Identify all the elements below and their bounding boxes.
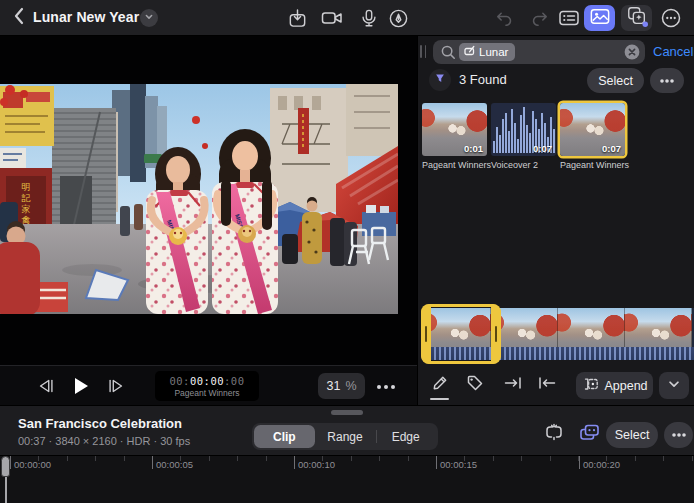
media-browser-icon — [590, 8, 610, 29]
connected-clips-button[interactable] — [576, 421, 602, 447]
arrow-to-end-icon — [503, 373, 523, 397]
results-row: 3 Found Select — [418, 66, 694, 96]
disable-clip-button[interactable] — [541, 421, 567, 447]
import-icon — [287, 8, 308, 29]
timecode-clip-name: Pageant Winners — [174, 388, 239, 398]
search-icon — [440, 44, 456, 64]
zoom-unit: % — [345, 379, 356, 393]
zoom-level-control[interactable]: 31% — [318, 373, 365, 399]
undo-button[interactable] — [492, 6, 516, 30]
clear-search-button[interactable] — [624, 44, 640, 60]
svg-text:明: 明 — [22, 182, 31, 192]
append-options-button[interactable] — [659, 372, 689, 399]
timeline-info-bar: San Francisco Celebration 00:37 · 3840 ×… — [0, 405, 694, 455]
split-clip-icon — [543, 422, 565, 446]
app-screen: Lunar New Year — [0, 0, 694, 503]
playhead-stem — [5, 477, 7, 503]
top-toolbar: Lunar New Year — [0, 0, 694, 36]
overlapping-clips-icon — [578, 422, 601, 447]
pencil-circle-icon — [388, 8, 409, 29]
live-drawing-button[interactable] — [386, 6, 410, 30]
clip-name-label: Voiceover 2 — [491, 160, 559, 170]
chevron-down-icon — [143, 9, 155, 27]
playhead[interactable] — [1, 456, 11, 503]
step-forward-button[interactable] — [104, 374, 128, 398]
results-more-button[interactable] — [650, 68, 684, 93]
step-backward-icon — [36, 376, 56, 396]
set-range-end-button[interactable] — [500, 372, 526, 398]
playhead-handle[interactable] — [1, 456, 10, 477]
redo-button[interactable] — [527, 6, 551, 30]
effects-button[interactable] — [621, 5, 652, 31]
segment-edge[interactable]: Edge — [375, 425, 436, 448]
ruler-label: 00:00:15 — [440, 459, 477, 470]
ruler-major-tick — [294, 456, 295, 469]
results-count: 3 Found — [459, 72, 507, 87]
selection-mode-segmented-control: Clip Range Edge — [252, 423, 438, 450]
ruler-label: 00:00:20 — [583, 459, 620, 470]
camera-button[interactable] — [320, 6, 344, 30]
search-field[interactable]: Lunar — [433, 40, 645, 64]
clip-thumbnail-2[interactable]: 0:07 — [491, 103, 556, 156]
smart-token-icon — [464, 45, 476, 59]
clip-name-label: Pageant Winners — [560, 160, 628, 170]
zoom-value: 31 — [326, 379, 340, 393]
trim-handle-right[interactable] — [491, 304, 501, 364]
ruler-major-tick — [579, 456, 580, 469]
project-clip-title: San Francisco Celebration — [18, 416, 182, 431]
media-browser-button[interactable] — [584, 5, 615, 31]
segment-range[interactable]: Range — [315, 425, 376, 448]
search-token-label: Lunar — [479, 46, 508, 58]
timeline-ruler-area[interactable]: 00:00:00 00:00:05 00:00:10 00:00:15 00:0… — [0, 455, 694, 503]
inspector-button[interactable] — [557, 6, 581, 30]
step-backward-button[interactable] — [34, 374, 58, 398]
ellipsis-circle-icon — [660, 7, 682, 29]
clip-name-label: Pageant Winners — [422, 160, 490, 170]
timecode-display[interactable]: 00:00:00:00 Pageant Winners — [155, 371, 259, 401]
set-range-start-button[interactable] — [534, 372, 560, 398]
video-preview[interactable]: 明 記 家 禽 — [0, 84, 398, 314]
ruler-label: 00:00:10 — [298, 459, 335, 470]
cancel-search-button[interactable]: Cancel — [653, 44, 693, 59]
clip-thumbnail-3-selected[interactable]: 0:07 — [560, 103, 625, 156]
ellipsis-icon — [375, 383, 397, 391]
ruler-major-tick — [436, 456, 437, 469]
video-camera-icon — [321, 8, 343, 28]
video-frame: 明 記 家 禽 — [0, 84, 398, 314]
microphone-button[interactable] — [357, 6, 381, 30]
svg-text:家: 家 — [22, 204, 31, 214]
keyword-tag-button[interactable] — [462, 372, 488, 398]
panel-resize-grip[interactable] — [420, 45, 428, 58]
project-menu-button[interactable] — [140, 9, 158, 27]
play-button[interactable] — [66, 372, 94, 400]
segment-clip[interactable]: Clip — [254, 425, 315, 448]
clip-duration: 0:07 — [533, 143, 552, 154]
clip-duration: 0:07 — [602, 143, 621, 154]
viewer-pane: 明 記 家 禽 — [0, 36, 417, 405]
project-title[interactable]: Lunar New Year — [33, 9, 139, 25]
marker-pencil-button[interactable] — [426, 372, 452, 398]
viewer-more-button[interactable] — [370, 375, 402, 399]
ruler-major-tick — [152, 456, 153, 469]
inspector-icon — [558, 7, 580, 29]
media-browser-panel: Lunar Cancel 3 Found Select 0:01 0:07 0:… — [417, 36, 694, 405]
drag-handle[interactable] — [331, 410, 363, 415]
clip-filmstrip[interactable] — [424, 308, 694, 360]
clip-metadata: 00:37 · 3840 × 2160 · HDR · 30 fps — [18, 435, 190, 447]
active-tool-underline — [430, 398, 449, 400]
trim-selection[interactable] — [421, 304, 501, 364]
tag-icon — [465, 373, 485, 397]
chevron-left-icon — [11, 6, 27, 30]
back-button[interactable] — [8, 6, 30, 30]
select-clips-button[interactable]: Select — [587, 68, 644, 93]
trim-handle-left[interactable] — [421, 304, 431, 364]
append-button[interactable]: Append — [576, 372, 653, 399]
undo-icon — [494, 8, 515, 29]
clip-thumbnail-1[interactable]: 0:01 — [422, 103, 487, 156]
timeline-more-button[interactable] — [664, 422, 693, 448]
timeline-select-button[interactable]: Select — [606, 422, 658, 448]
search-token[interactable]: Lunar — [459, 43, 515, 61]
more-button[interactable] — [659, 6, 683, 30]
import-button[interactable] — [285, 6, 309, 30]
filter-button[interactable] — [429, 69, 451, 91]
